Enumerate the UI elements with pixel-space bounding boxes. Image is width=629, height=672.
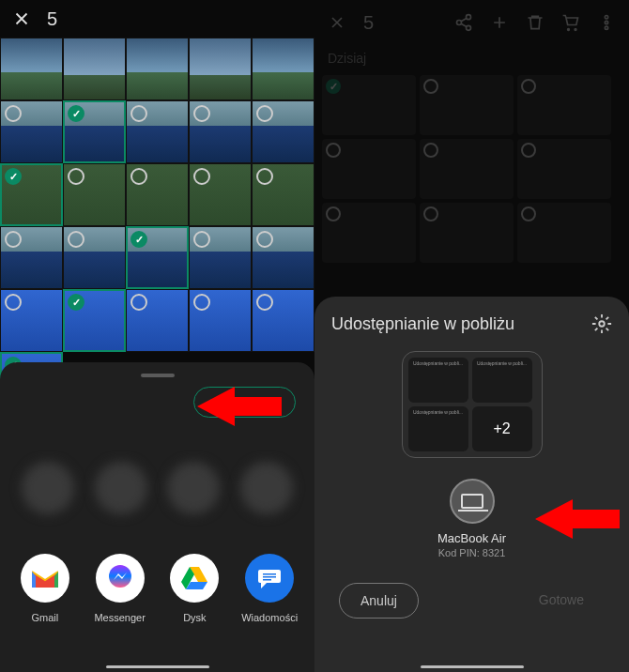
messages-icon bbox=[245, 554, 294, 603]
drag-handle[interactable] bbox=[141, 374, 175, 377]
toolbar: 5 bbox=[314, 0, 629, 45]
photo-grid[interactable] bbox=[314, 71, 629, 267]
preview-thumb: Udostępnianie w pobli... bbox=[408, 406, 468, 451]
photo-grid[interactable] bbox=[0, 38, 314, 415]
svg-point-8 bbox=[605, 16, 607, 19]
photo-thumb[interactable] bbox=[420, 75, 514, 135]
share-app-drive[interactable]: Dysk bbox=[160, 554, 229, 623]
annotation-arrow-icon bbox=[197, 381, 282, 432]
check-icon bbox=[326, 79, 341, 94]
photo-thumb[interactable] bbox=[517, 75, 611, 135]
nav-bar[interactable] bbox=[421, 665, 524, 668]
photo-thumb[interactable] bbox=[126, 38, 189, 100]
contact-avatar[interactable] bbox=[167, 462, 220, 514]
gear-icon[interactable] bbox=[591, 313, 612, 334]
laptop-icon bbox=[450, 479, 495, 524]
svg-rect-4 bbox=[263, 579, 271, 581]
preview-thumb: Udostępnianie w pobli... bbox=[408, 358, 468, 403]
panel-title-text: Udostępnianie w pobliżu bbox=[331, 314, 514, 334]
photo-thumb[interactable] bbox=[322, 203, 416, 263]
app-label: Dysk bbox=[183, 612, 206, 623]
selection-count: 5 bbox=[363, 12, 374, 34]
svg-marker-0 bbox=[197, 387, 282, 426]
left-pane: 5 W pobliżu bbox=[0, 0, 314, 672]
photo-thumb[interactable] bbox=[63, 226, 126, 289]
photo-thumb[interactable] bbox=[126, 163, 189, 226]
photo-thumb[interactable] bbox=[0, 163, 63, 226]
photo-thumb[interactable] bbox=[322, 75, 416, 135]
photo-thumb[interactable] bbox=[252, 163, 314, 226]
contact-avatar[interactable] bbox=[240, 462, 293, 514]
more-icon[interactable] bbox=[597, 13, 616, 32]
photo-thumb[interactable] bbox=[517, 203, 611, 263]
cancel-button[interactable]: Anuluj bbox=[339, 583, 419, 619]
right-pane: 5 Dzisiaj Udostępnianie w pobliżu Udostę… bbox=[314, 0, 629, 672]
check-icon bbox=[5, 168, 22, 185]
device-name: MacBook Air bbox=[437, 531, 506, 545]
device-pin: Kod PIN: 8321 bbox=[438, 547, 506, 558]
nav-bar[interactable] bbox=[106, 665, 209, 668]
photo-thumb[interactable] bbox=[189, 226, 252, 289]
contact-avatar[interactable] bbox=[22, 462, 74, 514]
share-app-messenger[interactable]: Messenger bbox=[85, 554, 155, 623]
photo-thumb[interactable] bbox=[0, 38, 63, 100]
photo-thumb[interactable] bbox=[0, 226, 63, 289]
annotation-arrow-icon bbox=[535, 494, 620, 544]
svg-point-11 bbox=[599, 321, 605, 327]
photo-thumb[interactable] bbox=[420, 139, 514, 199]
photo-thumb[interactable] bbox=[322, 139, 416, 199]
photo-thumb[interactable] bbox=[252, 226, 314, 289]
svg-point-5 bbox=[467, 15, 471, 20]
photo-thumb[interactable] bbox=[252, 289, 314, 352]
nearby-share-panel: Udostępnianie w pobliżu Udostępnianie w … bbox=[314, 297, 629, 672]
app-label: Messenger bbox=[94, 612, 145, 623]
preview-more: +2 bbox=[472, 406, 532, 451]
panel-header: Udostępnianie w pobliżu bbox=[331, 313, 612, 334]
button-row: Anuluj Gotowe bbox=[331, 583, 612, 619]
app-label: Gmail bbox=[32, 612, 59, 623]
preview-thumb: Udostępnianie w pobli... bbox=[472, 358, 532, 403]
check-icon bbox=[68, 294, 84, 311]
trash-icon[interactable] bbox=[526, 13, 545, 32]
selection-count: 5 bbox=[47, 8, 57, 30]
photo-thumb[interactable] bbox=[63, 38, 126, 100]
section-header: Dzisiaj bbox=[314, 45, 629, 71]
photo-thumb[interactable] bbox=[189, 38, 252, 100]
app-label: Wiadomości bbox=[241, 612, 298, 623]
svg-point-9 bbox=[605, 21, 607, 23]
close-icon[interactable] bbox=[328, 13, 346, 32]
cart-icon[interactable] bbox=[561, 13, 580, 32]
preview-grid: Udostępnianie w pobli... Udostępnianie w… bbox=[402, 351, 543, 458]
svg-rect-3 bbox=[263, 576, 276, 578]
photo-thumb[interactable] bbox=[63, 163, 126, 226]
contact-avatar[interactable] bbox=[95, 462, 147, 514]
close-icon[interactable] bbox=[11, 8, 32, 29]
photo-thumb[interactable] bbox=[63, 289, 126, 352]
photo-thumb[interactable] bbox=[252, 38, 314, 100]
plus-icon[interactable] bbox=[490, 13, 509, 32]
share-icon[interactable] bbox=[454, 13, 473, 32]
photo-thumb[interactable] bbox=[126, 100, 189, 163]
svg-point-10 bbox=[605, 26, 607, 29]
share-sheet: W pobliżu Gmail Messenger Dysk bbox=[0, 362, 314, 672]
photo-thumb[interactable] bbox=[189, 289, 252, 352]
drive-icon bbox=[170, 554, 219, 603]
svg-rect-2 bbox=[263, 573, 276, 575]
photo-thumb[interactable] bbox=[189, 163, 252, 226]
photo-thumb[interactable] bbox=[126, 289, 189, 352]
photo-thumb[interactable] bbox=[0, 100, 63, 163]
photo-thumb[interactable] bbox=[517, 139, 611, 199]
messenger-icon bbox=[96, 554, 145, 603]
share-app-gmail[interactable]: Gmail bbox=[10, 554, 80, 623]
done-button: Gotowe bbox=[518, 583, 605, 619]
selection-toolbar: 5 bbox=[0, 0, 314, 38]
app-row: Gmail Messenger Dysk Wiadomości bbox=[0, 554, 314, 623]
photo-thumb[interactable] bbox=[126, 226, 189, 289]
photo-thumb[interactable] bbox=[420, 203, 514, 263]
photo-thumb[interactable] bbox=[0, 289, 63, 352]
share-app-messages[interactable]: Wiadomości bbox=[235, 554, 304, 623]
svg-point-6 bbox=[457, 21, 462, 25]
photo-thumb[interactable] bbox=[63, 100, 126, 163]
photo-thumb[interactable] bbox=[189, 100, 252, 163]
photo-thumb[interactable] bbox=[252, 100, 314, 163]
